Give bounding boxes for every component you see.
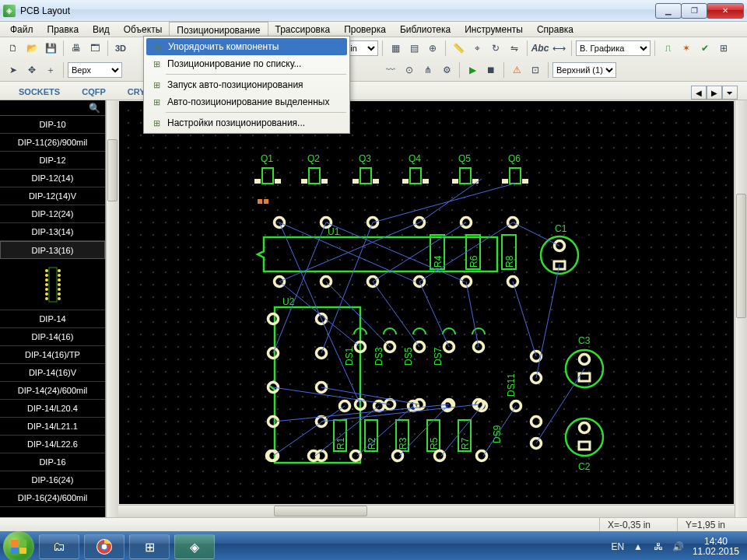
tray-clock[interactable]: 14:40 11.02.2015	[693, 537, 739, 557]
v-scroll-thumb[interactable]	[736, 194, 746, 318]
sidebar-item[interactable]: DIP-12(14)	[0, 170, 105, 187]
minimize-button[interactable]: ▁	[655, 3, 682, 19]
task-app1[interactable]: ⊞	[129, 534, 170, 559]
layer2-select[interactable]: Верхний (1)	[552, 62, 616, 78]
pointer-icon[interactable]: ➤	[5, 61, 22, 79]
menu-item[interactable]: ⊞Упорядочить компоненты	[146, 38, 347, 55]
sidebar-item[interactable]: DIP-16(24)/600mil	[0, 489, 105, 507]
task-pcb[interactable]: ◈	[174, 534, 215, 559]
route-icon[interactable]: ⎍	[659, 40, 676, 57]
tray-network-icon[interactable]: 🖧	[652, 541, 665, 553]
menu-item[interactable]: ⊞Позиционирование по списку...	[146, 55, 348, 72]
app-icon: ◈	[3, 5, 16, 17]
sidebar-item[interactable]: DIP-12(14)V	[0, 187, 105, 205]
tray-flag-icon[interactable]: ▲	[632, 541, 644, 553]
menu-справка[interactable]: Справка	[530, 22, 580, 37]
canvas-h-scrollbar[interactable]	[118, 505, 735, 517]
open-icon[interactable]: 📂	[23, 40, 40, 57]
menu-вид[interactable]: Вид	[86, 22, 117, 37]
unroute-icon[interactable]: ✶	[678, 40, 695, 57]
svg-point-11	[45, 292, 48, 296]
start-button[interactable]	[3, 531, 34, 560]
flip-icon[interactable]: ⇋	[506, 40, 523, 57]
sidebar-item[interactable]: DIP-14/L20.4	[0, 400, 105, 418]
task-chrome[interactable]	[84, 534, 124, 559]
canvas-v-scrollbar[interactable]	[735, 100, 747, 517]
new-icon[interactable]: 🗋	[5, 40, 22, 57]
sidebar-item[interactable]: DIP-14(16)	[0, 328, 105, 346]
run-icon[interactable]: ▶	[464, 61, 481, 79]
pan-icon[interactable]: ✥	[23, 61, 40, 79]
route-manual-icon[interactable]: 〰	[382, 61, 399, 79]
snap-icon[interactable]: ⌖	[468, 40, 486, 57]
h-scroll-thumb[interactable]	[274, 506, 367, 516]
via-icon[interactable]: ⊙	[401, 61, 418, 79]
svg-point-10	[58, 288, 61, 291]
menu-item[interactable]: ⊞Запуск авто-позиционирования	[146, 76, 348, 93]
binoculars-icon[interactable]: 🔍	[89, 103, 100, 114]
preview-icon[interactable]: 🗔	[86, 40, 103, 57]
3d-button[interactable]: 3D	[112, 40, 129, 57]
sidebar-item[interactable]: DIP-13(16)	[0, 241, 105, 259]
menu-правка[interactable]: Правка	[40, 22, 86, 37]
lang-indicator[interactable]: EN	[612, 541, 624, 553]
sidebar-item[interactable]: DIP-14(16)/TP	[0, 346, 105, 364]
sidebar-item[interactable]: DIP-12(24)	[0, 205, 105, 223]
check-icon[interactable]: ✔	[696, 40, 714, 57]
svg-point-8	[58, 283, 61, 286]
sidebar-scrollbar[interactable]	[106, 100, 118, 517]
sidebar-item[interactable]: DIP-16(24)	[0, 471, 105, 489]
drc-icon[interactable]: ⚠	[508, 61, 525, 79]
layer-icon[interactable]: ▤	[405, 40, 423, 57]
stop-icon[interactable]: ⏹	[482, 61, 500, 79]
net-icon[interactable]: ⊡	[527, 61, 544, 79]
maximize-button[interactable]: ❐	[681, 3, 707, 19]
menu-трассировка[interactable]: Трассировка	[268, 22, 338, 37]
menu-item[interactable]: ⊞Настройки позиционирования...	[146, 114, 348, 131]
svg-point-118	[580, 423, 590, 433]
tab-sockets[interactable]: SOCKETS	[8, 84, 71, 100]
sidebar-item[interactable]: DIP-16	[0, 453, 105, 471]
tab-nav-2[interactable]: ⏷	[722, 86, 738, 100]
zoom-icon[interactable]: ＋	[42, 61, 59, 79]
pcb-canvas[interactable]: Q1Q2Q3Q4Q5Q6U1R4R6R8C1U2DS1DS3DS5DS7DS11…	[119, 101, 734, 504]
rotate-icon[interactable]: ↻	[487, 40, 504, 57]
sidebar-item[interactable]: DIP-13(14)	[0, 223, 105, 241]
sidebar-list[interactable]: DIP-10DIP-11(26)/900milDIP-12DIP-12(14)D…	[0, 116, 105, 517]
layer-select[interactable]: Верх	[68, 62, 122, 78]
sidebar-item[interactable]: DIP-12	[0, 152, 105, 170]
sidebar-item[interactable]: DIP-14(16)V	[0, 364, 105, 382]
netlist-icon[interactable]: ⊞	[715, 40, 732, 57]
graphics-select[interactable]: В. Графика	[576, 40, 651, 56]
menu-item[interactable]: ⊞Авто-позиционирование выделенных	[146, 93, 348, 110]
grid-icon[interactable]: ▦	[387, 40, 404, 57]
origin-icon[interactable]: ⊕	[424, 40, 441, 57]
sidebar-item[interactable]: DIP-10	[0, 116, 105, 134]
sidebar-item[interactable]: DIP-14(24)/600mil	[0, 382, 105, 400]
tab-nav-1[interactable]: ▶	[707, 86, 722, 100]
autoroute-icon[interactable]: ⚙	[438, 61, 455, 79]
menu-библиотека[interactable]: Библиотека	[393, 22, 458, 37]
sidebar-item[interactable]: DIP-14/L22.6	[0, 436, 105, 453]
sidebar-item[interactable]: DIP-11(26)/900mil	[0, 134, 105, 152]
menu-файл[interactable]: Файл	[3, 22, 40, 37]
menu-инструменты[interactable]: Инструменты	[458, 22, 530, 37]
task-explorer[interactable]: 🗂	[39, 534, 79, 559]
print-icon[interactable]: 🖶	[68, 40, 85, 57]
measure-icon[interactable]: 📏	[450, 40, 467, 57]
save-icon[interactable]: 💾	[42, 40, 59, 57]
menu-позиционирование[interactable]: Позиционирование	[169, 22, 268, 37]
tab-cqfp[interactable]: CQFP	[71, 84, 117, 100]
sidebar-scroll-thumb[interactable]	[107, 139, 117, 201]
svg-point-4	[58, 274, 61, 277]
menu-объекты[interactable]: Объекты	[117, 22, 170, 37]
close-button[interactable]: ✕	[707, 3, 744, 19]
menu-проверка[interactable]: Проверка	[337, 22, 393, 37]
dimension-icon[interactable]: ⟷	[550, 40, 567, 57]
sidebar-item[interactable]: DIP-14	[0, 310, 105, 328]
sidebar-item[interactable]: DIP-14/L21.1	[0, 418, 105, 436]
tray-volume-icon[interactable]: 🔊	[672, 541, 685, 553]
text-tool-icon[interactable]: Abc	[531, 40, 549, 57]
fanout-icon[interactable]: ⋔	[419, 61, 437, 79]
tab-nav-0[interactable]: ◀	[691, 86, 707, 100]
